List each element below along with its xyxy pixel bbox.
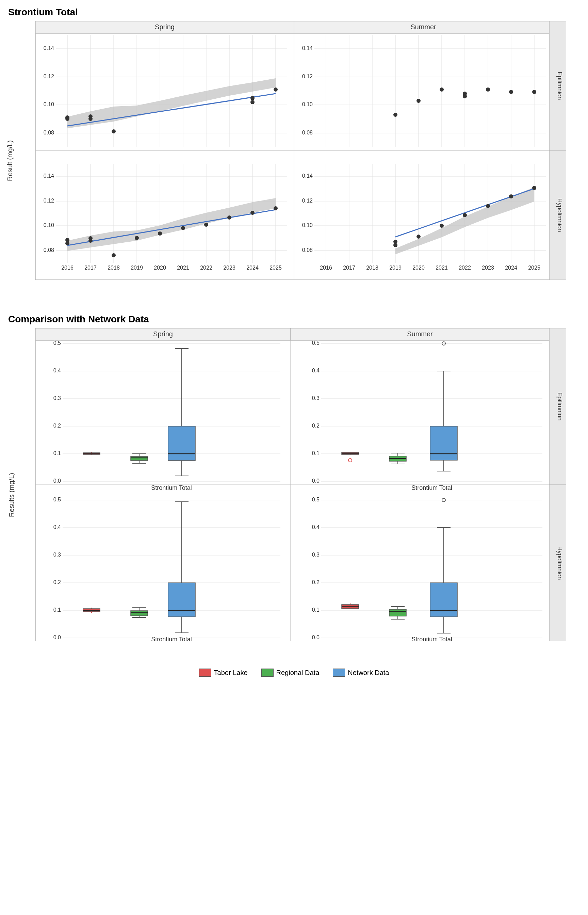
chart2-y-label: Results (mg/L) [8,473,16,517]
legend-label-network: Network Data [348,669,389,677]
svg-text:0.10: 0.10 [302,222,313,228]
svg-text:Epilimnion: Epilimnion [556,392,563,420]
svg-text:Strontium Total: Strontium Total [411,484,452,491]
svg-text:0.0: 0.0 [53,635,61,640]
svg-text:0.14: 0.14 [302,45,313,51]
svg-text:0.12: 0.12 [302,74,313,79]
svg-text:0.10: 0.10 [302,102,313,107]
svg-point-87 [181,226,185,230]
svg-text:2018: 2018 [366,265,378,271]
svg-text:0.3: 0.3 [53,395,61,401]
svg-point-33 [250,100,255,104]
legend-item-regional: Regional Data [261,669,320,677]
svg-point-90 [250,211,255,215]
svg-text:2018: 2018 [108,265,120,271]
chart2-title: Comparison with Network Data [8,314,580,325]
legend-label-tabor: Tabor Lake [214,669,248,677]
svg-point-58 [486,87,490,92]
svg-text:0.14: 0.14 [302,173,313,179]
svg-point-91 [274,206,278,210]
svg-text:0.5: 0.5 [53,497,61,503]
chart1-svg: Spring Summer Epilimnion Hypolimnion [36,21,566,280]
legend-label-regional: Regional Data [276,669,320,677]
chart2-outer: Results (mg/L) Spring Summer Epilimnion … [8,328,580,662]
svg-text:0.10: 0.10 [44,102,54,107]
svg-text:2023: 2023 [223,265,236,271]
svg-point-28 [65,117,69,121]
svg-text:0.2: 0.2 [53,423,61,428]
legend-item-network: Network Data [333,669,389,677]
svg-text:2017: 2017 [343,265,355,271]
legend-item-tabor: Tabor Lake [199,669,248,677]
svg-text:0.08: 0.08 [302,247,313,253]
svg-point-84 [111,253,116,257]
boxplot-tabor-spring-hypo [83,608,100,613]
svg-rect-207 [430,426,457,460]
svg-text:0.08: 0.08 [302,130,313,136]
page-container: Strontium Total Result (mg/L) Spring Sum… [8,7,580,680]
chart1-outer: Result (mg/L) Spring Summer Epilimnion H… [8,21,580,300]
svg-text:Hypolimnion: Hypolimnion [556,546,563,580]
svg-text:0.2: 0.2 [312,579,320,585]
svg-text:0.5: 0.5 [312,340,320,346]
boxplot-tabor-summer-epi [342,452,359,455]
svg-point-123 [417,234,421,239]
svg-text:0.3: 0.3 [53,552,61,558]
chart1-y-label: Result (mg/L) [6,140,14,181]
svg-text:0.10: 0.10 [44,222,54,228]
svg-text:2020: 2020 [154,265,166,271]
svg-text:2025: 2025 [270,265,282,271]
legend-icon-tabor [199,669,211,677]
svg-text:0.12: 0.12 [302,198,313,204]
svg-point-53 [393,113,397,117]
svg-text:2021: 2021 [177,265,189,271]
svg-text:0.1: 0.1 [53,607,61,613]
svg-text:2020: 2020 [412,265,425,271]
legend: Tabor Lake Regional Data Network Data [8,665,580,680]
svg-point-34 [274,87,278,92]
svg-text:0.5: 0.5 [53,340,61,346]
svg-text:0.12: 0.12 [44,74,54,79]
svg-text:0.4: 0.4 [53,368,61,373]
svg-point-55 [439,87,444,92]
svg-rect-228 [131,611,148,616]
svg-text:0.5: 0.5 [312,497,320,503]
svg-rect-174 [131,456,148,461]
svg-text:0.2: 0.2 [312,423,320,428]
svg-point-122 [393,243,397,247]
svg-point-88 [204,223,208,227]
svg-text:0.08: 0.08 [44,130,54,136]
svg-text:2023: 2023 [482,265,494,271]
svg-text:0.14: 0.14 [44,45,54,51]
legend-icon-regional [261,669,274,677]
chart1-section: Strontium Total Result (mg/L) Spring Sum… [8,7,580,300]
svg-text:2019: 2019 [389,265,402,271]
svg-text:0.08: 0.08 [44,247,54,253]
svg-point-60 [532,90,536,94]
legend-icon-network [333,669,345,677]
boxplot-tabor-spring-epi [83,452,100,455]
svg-text:2022: 2022 [459,265,471,271]
svg-point-30 [89,117,92,121]
svg-text:0.1: 0.1 [312,450,320,456]
chart2-section: Comparison with Network Data Results (mg… [8,314,580,680]
svg-text:2017: 2017 [84,265,97,271]
svg-point-59 [509,90,513,94]
svg-point-89 [227,215,231,220]
svg-text:Strontium Total: Strontium Total [151,484,192,491]
svg-point-124 [439,224,444,228]
svg-text:2025: 2025 [528,265,540,271]
svg-text:2016: 2016 [61,265,73,271]
svg-text:2024: 2024 [505,265,517,271]
chart2-svg: Spring Summer Epilimnion Hypolimnion [36,328,566,641]
svg-text:0.4: 0.4 [312,368,320,373]
svg-text:0.12: 0.12 [44,198,54,204]
chart1-title: Strontium Total [8,7,580,18]
svg-text:0.3: 0.3 [312,395,320,401]
svg-text:0.4: 0.4 [53,524,61,530]
svg-point-57 [463,94,467,99]
svg-text:0.0: 0.0 [312,478,320,484]
svg-text:0.1: 0.1 [312,607,320,613]
svg-point-85 [135,236,139,240]
svg-text:0.3: 0.3 [312,552,320,558]
